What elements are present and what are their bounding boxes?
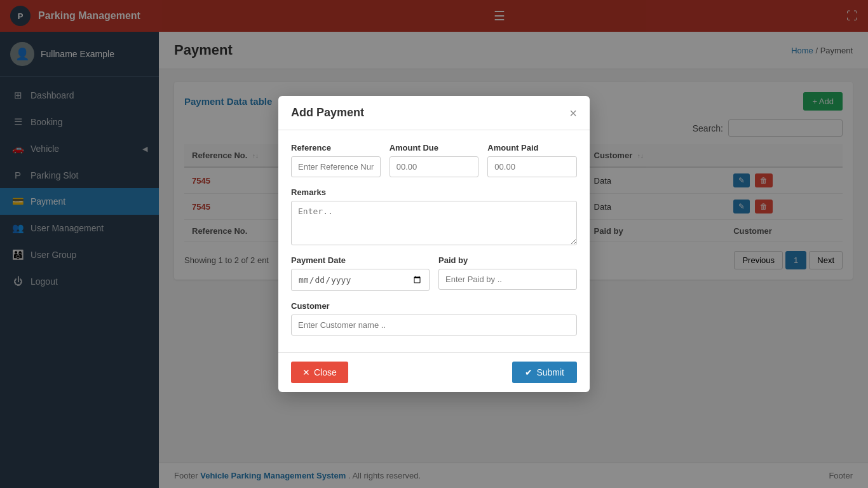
check-icon: ✔ [525,367,532,377]
payment-date-label: Payment Date [291,255,430,265]
modal-header: Add Payment × [278,96,590,130]
x-icon: ✕ [302,367,310,377]
amount-paid-group: Amount Paid [487,143,577,177]
payment-date-group: Payment Date [291,255,430,291]
amount-due-label: Amount Due [390,143,479,152]
paid-by-input[interactable] [438,269,577,290]
customer-label: Customer [291,301,577,311]
modal-close-button[interactable]: × [569,107,577,119]
amount-paid-input[interactable] [487,156,577,177]
submit-button[interactable]: ✔ Submit [512,362,577,383]
amount-due-input[interactable] [390,156,479,177]
payment-date-input[interactable] [291,269,430,291]
submit-label: Submit [536,367,564,377]
remarks-group: Remarks [291,187,577,245]
modal-overlay[interactable]: Add Payment × Reference Amount Due Amoun… [0,0,868,488]
paid-by-group: Paid by [438,255,577,291]
amount-paid-label: Amount Paid [487,143,577,152]
form-row-3: Payment Date Paid by [291,255,577,291]
form-row-2: Remarks [291,187,577,245]
modal-body: Reference Amount Due Amount Paid Remarks [278,130,590,352]
reference-group: Reference [291,143,381,177]
close-modal-button[interactable]: ✕ Close [291,362,348,383]
add-payment-modal: Add Payment × Reference Amount Due Amoun… [278,96,590,392]
remarks-label: Remarks [291,187,577,197]
close-label: Close [314,367,337,377]
customer-input[interactable] [291,315,577,336]
remarks-input[interactable] [291,201,577,245]
reference-input[interactable] [291,156,381,177]
customer-group: Customer [291,301,577,336]
form-row-4: Customer [291,301,577,336]
paid-by-label: Paid by [438,255,577,265]
reference-label: Reference [291,143,381,152]
modal-footer: ✕ Close ✔ Submit [278,352,590,392]
form-row-1: Reference Amount Due Amount Paid [291,143,577,177]
modal-title: Add Payment [291,106,364,119]
amount-due-group: Amount Due [390,143,479,177]
